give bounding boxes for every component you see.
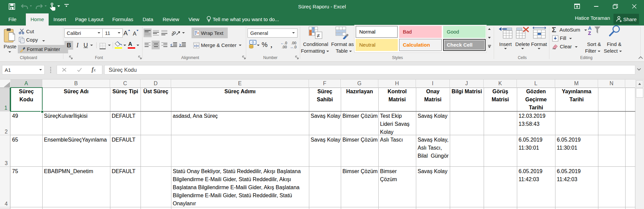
svg-text:ab: ab	[172, 30, 177, 37]
svg-text:≠: ≠	[317, 33, 320, 39]
svg-text:Z: Z	[588, 30, 591, 36]
